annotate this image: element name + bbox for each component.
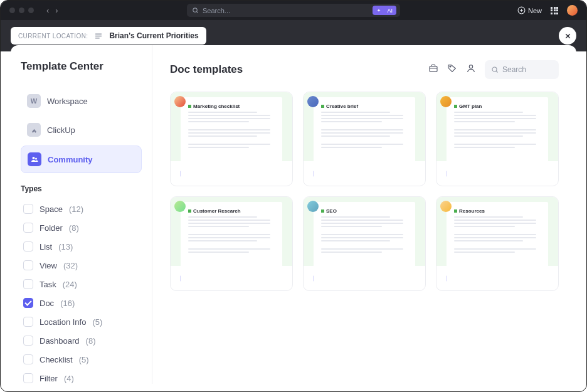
main-panel: Doc templates Search Marketing checklist… <box>152 45 576 384</box>
svg-point-10 <box>33 157 35 159</box>
location-chip[interactable]: CURRENT LOCATION: Brian's Current Priori… <box>11 27 206 45</box>
type-task[interactable]: Task(24) <box>21 275 142 294</box>
user-avatar[interactable] <box>567 5 578 16</box>
sparkle-icon <box>376 8 381 13</box>
author-avatar <box>440 96 452 107</box>
checkbox[interactable] <box>23 336 33 346</box>
template-card[interactable]: Creative briefCreative Brief <box>303 92 426 186</box>
template-card[interactable]: Customer ResearchCustomer Research <box>170 196 293 291</box>
source-clickup[interactable]: ClickUp <box>21 117 142 143</box>
templates-grid: Marketing checklistMarketing ChecklistCr… <box>170 92 559 291</box>
template-thumbnail: Resources <box>436 197 558 266</box>
template-search[interactable]: Search <box>485 60 559 79</box>
global-search[interactable]: Search... AI <box>187 4 400 17</box>
svg-point-15 <box>469 65 472 68</box>
ai-button[interactable]: AI <box>373 6 396 15</box>
author-avatar <box>174 201 186 212</box>
template-card[interactable]: GMT planGMT Plan <box>436 92 559 186</box>
type-count: (5) <box>92 317 102 327</box>
type-filter[interactable]: Filter(4) <box>21 369 142 384</box>
location-title: Brian's Current Priorities <box>109 31 198 40</box>
template-thumbnail: Creative brief <box>304 92 425 161</box>
type-name: Checklist <box>40 355 73 364</box>
sidebar-title: Template Center <box>21 60 142 73</box>
source-community[interactable]: Community <box>21 146 142 173</box>
template-thumbnail: SEO <box>304 197 425 266</box>
search-placeholder: Search <box>502 65 526 74</box>
author-avatar <box>174 96 186 107</box>
checkbox[interactable] <box>23 204 33 214</box>
type-list[interactable]: List(13) <box>21 237 142 256</box>
template-card[interactable]: Marketing checklistMarketing Checklist <box>170 92 293 186</box>
title-bar: ‹ › Search... AI New <box>1 1 586 20</box>
location-prefix: CURRENT LOCATION: <box>18 33 88 40</box>
checkbox[interactable] <box>23 373 33 383</box>
svg-point-14 <box>450 66 451 67</box>
main-heading: Doc templates <box>170 63 243 76</box>
svg-point-0 <box>193 8 197 12</box>
workspace-icon: W <box>27 94 41 108</box>
type-count: (8) <box>86 336 96 346</box>
type-count: (4) <box>64 374 74 383</box>
type-name: View <box>40 261 57 270</box>
template-thumbnail: Customer Research <box>171 197 292 266</box>
type-checklist[interactable]: Checklist(5) <box>21 350 142 369</box>
checkbox[interactable] <box>23 260 33 270</box>
template-thumbnail: GMT plan <box>436 92 558 161</box>
type-count: (24) <box>63 280 77 289</box>
type-doc[interactable]: Doc(16) <box>21 294 142 312</box>
sidebar: Template Center W Workspace ClickUp Comm… <box>11 45 152 384</box>
type-count: (13) <box>58 242 73 252</box>
checkbox[interactable] <box>23 279 33 289</box>
type-count: (16) <box>60 299 75 308</box>
checkbox[interactable] <box>23 354 33 364</box>
template-card[interactable]: ResourcesResources <box>436 196 559 291</box>
type-space[interactable]: Space(12) <box>21 199 142 218</box>
type-name: Doc <box>40 299 54 308</box>
checkbox[interactable] <box>23 223 33 233</box>
new-button[interactable]: New <box>517 6 542 14</box>
back-button[interactable]: ‹ <box>46 6 49 15</box>
type-folder[interactable]: Folder(8) <box>21 218 142 237</box>
type-count: (5) <box>79 355 89 364</box>
template-thumbnail: Marketing checklist <box>171 92 292 161</box>
type-name: Folder <box>40 223 63 233</box>
checkbox[interactable] <box>23 317 33 327</box>
type-name: Dashboard <box>40 336 80 346</box>
author-avatar <box>307 201 319 212</box>
type-name: Task <box>40 280 56 289</box>
clickup-icon <box>27 123 41 137</box>
list-icon <box>94 33 103 40</box>
type-name: Space <box>40 204 63 214</box>
type-name: Location Info <box>40 317 86 327</box>
person-icon[interactable] <box>466 63 476 76</box>
tag-icon[interactable] <box>447 63 457 76</box>
type-count: (12) <box>69 204 83 214</box>
briefcase-icon[interactable] <box>428 63 438 76</box>
type-count: (32) <box>63 261 78 270</box>
plus-circle-icon <box>517 6 526 14</box>
search-placeholder: Search... <box>203 7 230 14</box>
checkbox[interactable] <box>23 241 33 252</box>
author-avatar <box>440 201 452 212</box>
forward-button[interactable]: › <box>55 6 58 15</box>
source-workspace[interactable]: W Workspace <box>21 88 142 114</box>
author-avatar <box>307 96 319 107</box>
template-card[interactable]: SEOSEO <box>303 196 426 291</box>
type-view[interactable]: View(32) <box>21 256 142 275</box>
svg-line-1 <box>197 12 198 13</box>
community-icon <box>28 152 41 166</box>
checkbox[interactable] <box>23 298 33 308</box>
nav-arrows: ‹ › <box>46 6 58 15</box>
close-button[interactable] <box>559 27 576 45</box>
type-name: List <box>40 242 52 252</box>
type-dashboard[interactable]: Dashboard(8) <box>21 331 142 350</box>
svg-line-17 <box>496 71 497 72</box>
types-heading: Types <box>21 184 142 193</box>
type-location-info[interactable]: Location Info(5) <box>21 312 142 331</box>
search-icon <box>491 66 499 73</box>
close-icon <box>564 32 572 40</box>
apps-menu-icon[interactable] <box>551 7 558 14</box>
window-controls[interactable] <box>9 8 34 13</box>
template-center: Template Center W Workspace ClickUp Comm… <box>11 45 576 384</box>
